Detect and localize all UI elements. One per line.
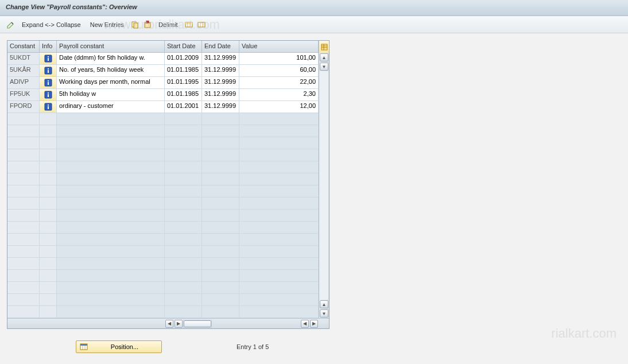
table-row-empty[interactable]: [7, 210, 319, 222]
cell-constant[interactable]: [7, 246, 40, 257]
cell-end-date[interactable]: 31.12.9999: [202, 101, 239, 113]
cell-start-date[interactable]: [165, 246, 202, 257]
table-row-empty[interactable]: [7, 161, 319, 173]
cell-start-date[interactable]: [165, 125, 202, 137]
cell-constant[interactable]: [7, 137, 40, 149]
cell-payroll-constant[interactable]: [57, 246, 165, 257]
cell-constant[interactable]: 5UKDT: [7, 53, 40, 64]
cell-end-date[interactable]: [202, 198, 239, 209]
cell-constant[interactable]: [7, 294, 40, 305]
table-row-empty[interactable]: [7, 258, 319, 270]
cell-end-date[interactable]: [202, 125, 239, 137]
cell-end-date[interactable]: [202, 113, 239, 125]
table-row[interactable]: 5UKÅRNo. of years, 5th holiday week01.01…: [7, 65, 319, 77]
table-row-empty[interactable]: [7, 282, 319, 294]
cell-constant[interactable]: [7, 149, 40, 161]
cell-constant[interactable]: [7, 125, 40, 137]
cell-end-date[interactable]: 31.12.9999: [202, 89, 239, 100]
table-row[interactable]: ADIVPWorking days per month, normal01.01…: [7, 77, 319, 89]
cell-payroll-constant[interactable]: [57, 149, 165, 161]
cell-start-date[interactable]: [165, 173, 202, 185]
expand-collapse-button[interactable]: Expand <-> Collapse: [18, 20, 84, 29]
cell-payroll-constant[interactable]: [57, 161, 165, 173]
cell-start-date[interactable]: [165, 294, 202, 305]
horizontal-scrollbar[interactable]: ◀ ▶ ◀ ▶: [7, 318, 319, 328]
scroll-up-2-icon[interactable]: ▲: [320, 300, 328, 308]
cell-payroll-constant[interactable]: [57, 198, 165, 209]
cell-payroll-constant[interactable]: 5th holiday w: [57, 89, 165, 100]
table-row-empty[interactable]: [7, 137, 319, 149]
cell-end-date[interactable]: [202, 137, 239, 149]
cell-value[interactable]: [239, 246, 319, 257]
scroll-left-2-icon[interactable]: ◀: [301, 320, 309, 328]
cell-end-date[interactable]: [202, 306, 239, 317]
table-row-empty[interactable]: [7, 149, 319, 161]
cell-payroll-constant[interactable]: [57, 137, 165, 149]
toggle-display-icon[interactable]: [6, 20, 16, 30]
cell-value[interactable]: [239, 222, 319, 233]
cell-payroll-constant[interactable]: [57, 113, 165, 125]
table-row[interactable]: 5UKDTDate (ddmm) for 5th holiday w.01.01…: [7, 53, 319, 65]
scroll-down-2-icon[interactable]: ▼: [320, 309, 328, 317]
cell-value[interactable]: [239, 173, 319, 185]
cell-payroll-constant[interactable]: [57, 258, 165, 269]
cell-end-date[interactable]: [202, 258, 239, 269]
cell-value[interactable]: [239, 185, 319, 197]
cell-constant[interactable]: [7, 222, 40, 233]
copy-icon[interactable]: [130, 20, 140, 30]
cell-value[interactable]: [239, 234, 319, 245]
deselect-all-icon[interactable]: [196, 20, 207, 30]
cell-start-date[interactable]: [165, 113, 202, 125]
cell-value[interactable]: [239, 306, 319, 317]
cell-value[interactable]: [239, 282, 319, 293]
info-icon[interactable]: [40, 101, 57, 113]
cell-constant[interactable]: [7, 113, 40, 125]
info-icon[interactable]: [40, 53, 57, 64]
info-icon[interactable]: [40, 77, 57, 88]
scroll-right-icon[interactable]: ▶: [175, 320, 183, 328]
cell-constant[interactable]: [7, 234, 40, 245]
cell-payroll-constant[interactable]: [57, 282, 165, 293]
scroll-right-2-icon[interactable]: ▶: [310, 320, 318, 328]
cell-start-date[interactable]: [165, 234, 202, 245]
cell-start-date[interactable]: 01.01.1995: [165, 77, 202, 88]
cell-constant[interactable]: [7, 282, 40, 293]
cell-end-date[interactable]: [202, 185, 239, 197]
cell-payroll-constant[interactable]: [57, 306, 165, 317]
cell-value[interactable]: [239, 270, 319, 281]
table-row[interactable]: FP5UK 5th holiday w01.01.198531.12.99992…: [7, 89, 319, 101]
cell-constant[interactable]: [7, 270, 40, 281]
table-row-empty[interactable]: [7, 198, 319, 210]
cell-constant[interactable]: [7, 161, 40, 173]
table-row[interactable]: FPORD ordinary - customer01.01.200131.12…: [7, 101, 319, 113]
cell-end-date[interactable]: [202, 270, 239, 281]
cell-payroll-constant[interactable]: [57, 294, 165, 305]
cell-end-date[interactable]: [202, 294, 239, 305]
cell-constant[interactable]: FP5UK: [7, 89, 40, 100]
cell-value[interactable]: 101,00: [239, 53, 319, 64]
cell-payroll-constant[interactable]: [57, 173, 165, 185]
cell-payroll-constant[interactable]: [57, 125, 165, 137]
info-icon[interactable]: [40, 65, 57, 76]
cell-end-date[interactable]: 31.12.9999: [202, 77, 239, 88]
table-row-empty[interactable]: [7, 185, 319, 198]
cell-value[interactable]: 22,00: [239, 77, 319, 88]
info-icon[interactable]: [40, 89, 57, 100]
cell-end-date[interactable]: [202, 149, 239, 161]
new-entries-button[interactable]: New Entries: [87, 20, 127, 29]
cell-start-date[interactable]: 01.01.1985: [165, 65, 202, 76]
cell-end-date[interactable]: [202, 222, 239, 233]
cell-value[interactable]: [239, 210, 319, 221]
table-settings-icon[interactable]: [319, 41, 329, 53]
table-row-empty[interactable]: [7, 234, 319, 246]
cell-start-date[interactable]: 01.01.1985: [165, 89, 202, 100]
cell-constant[interactable]: [7, 173, 40, 185]
cell-constant[interactable]: [7, 185, 40, 197]
cell-end-date[interactable]: [202, 246, 239, 257]
scroll-down-icon[interactable]: ▼: [320, 63, 328, 71]
scroll-up-icon[interactable]: ▲: [320, 53, 328, 61]
col-header-start-date[interactable]: Start Date: [165, 41, 202, 52]
cell-end-date[interactable]: [202, 210, 239, 221]
table-row-empty[interactable]: [7, 246, 319, 258]
table-row-empty[interactable]: [7, 173, 319, 185]
